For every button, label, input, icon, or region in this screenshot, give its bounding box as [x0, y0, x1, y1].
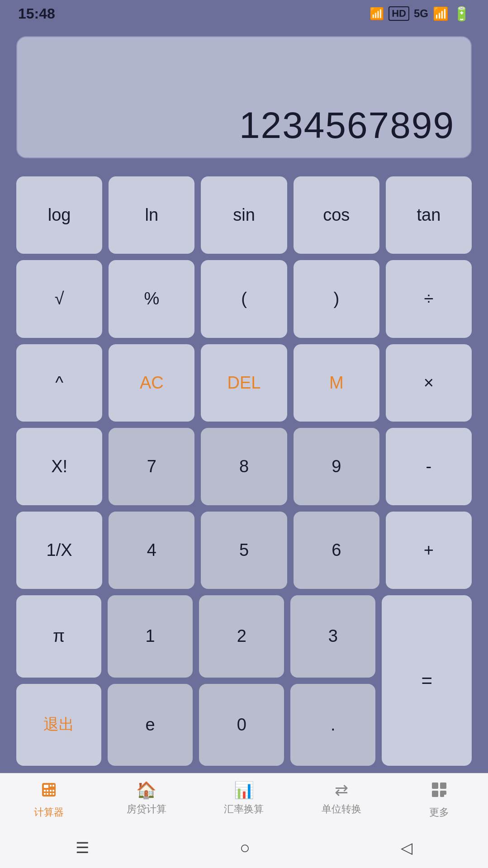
btn-open-paren[interactable]: ( [201, 260, 287, 337]
btn-equals[interactable]: = [382, 595, 472, 766]
nav-unit-label: 单位转换 [322, 802, 361, 816]
btn-del[interactable]: DEL [201, 344, 287, 422]
btn-3[interactable]: 3 [290, 595, 375, 677]
btn-dot[interactable]: . [290, 684, 375, 766]
btn-memory[interactable]: M [294, 344, 379, 422]
button-row-3: ^ AC DEL M × [16, 344, 472, 422]
btn-e[interactable]: e [108, 684, 193, 766]
svg-rect-6 [50, 790, 52, 792]
svg-rect-5 [47, 790, 48, 792]
btn-4[interactable]: 4 [109, 512, 194, 589]
nav-mortgage-icon: 🏠 [136, 781, 156, 800]
svg-rect-4 [44, 790, 46, 792]
bottom-nav: 计算器 🏠 房贷计算 📊 汇率换算 ⇄ 单位转换 更多 [0, 773, 488, 832]
btn-power[interactable]: ^ [16, 344, 102, 422]
display-value: 1234567899 [239, 104, 455, 147]
svg-rect-12 [432, 783, 438, 789]
button-row-7: 退出 e 0 . [16, 684, 375, 766]
btn-sin[interactable]: sin [201, 176, 287, 254]
btn-tan[interactable]: tan [386, 176, 472, 254]
nav-more-label: 更多 [429, 806, 449, 819]
sys-nav: ☰ ○ ◁ [0, 832, 488, 868]
svg-rect-8 [44, 793, 46, 795]
hd-badge: HD [389, 6, 409, 21]
btn-5[interactable]: 5 [201, 512, 287, 589]
btn-reciprocal[interactable]: 1/X [16, 512, 102, 589]
btn-1[interactable]: 1 [108, 595, 193, 677]
btn-log[interactable]: log [16, 176, 102, 254]
button-row-2: √ % ( ) ÷ [16, 260, 472, 337]
btn-sqrt[interactable]: √ [16, 260, 102, 337]
nav-exchange-icon: 📊 [234, 781, 254, 800]
display-container: 1234567899 [16, 36, 472, 158]
svg-rect-14 [432, 791, 438, 797]
wifi-icon: 📶 [370, 7, 384, 21]
button-row-4: X! 7 8 9 - [16, 428, 472, 505]
btn-close-paren[interactable]: ) [294, 260, 379, 337]
svg-rect-7 [52, 790, 54, 792]
nav-calculator-label: 计算器 [34, 806, 64, 819]
btn-factorial[interactable]: X! [16, 428, 102, 505]
btn-9[interactable]: 9 [294, 428, 379, 505]
btn-2[interactable]: 2 [199, 595, 284, 677]
nav-unit-icon: ⇄ [335, 781, 348, 800]
btn-multiply[interactable]: × [386, 344, 472, 422]
btn-exit[interactable]: 退出 [16, 684, 101, 766]
status-time: 15:48 [18, 5, 55, 22]
status-bar: 15:48 📶 HD 5G 📶 🔋 [0, 0, 488, 27]
nav-calculator-icon [40, 781, 58, 803]
nav-calculator[interactable]: 计算器 [0, 779, 98, 819]
svg-rect-11 [52, 793, 54, 795]
signal-bars: 📶 [433, 6, 449, 21]
battery-icon: 🔋 [453, 6, 470, 22]
btn-ac[interactable]: AC [109, 344, 194, 422]
svg-rect-9 [47, 793, 48, 795]
svg-rect-1 [44, 785, 48, 788]
status-icons: 📶 HD 5G 📶 🔋 [370, 6, 470, 22]
svg-rect-10 [50, 793, 52, 795]
sys-home-btn[interactable]: ○ [240, 838, 250, 858]
nav-mortgage-label: 房贷计算 [127, 802, 166, 816]
btn-8[interactable]: 8 [201, 428, 287, 505]
svg-rect-3 [52, 785, 54, 787]
btn-divide[interactable]: ÷ [386, 260, 472, 337]
btn-6[interactable]: 6 [294, 512, 379, 589]
btn-add[interactable]: + [386, 512, 472, 589]
svg-rect-17 [440, 793, 444, 797]
sys-menu-btn[interactable]: ☰ [76, 839, 89, 857]
btn-pi[interactable]: π [16, 595, 101, 677]
svg-rect-2 [50, 785, 52, 787]
btn-7[interactable]: 7 [109, 428, 194, 505]
nav-exchange-label: 汇率换算 [224, 802, 264, 816]
nav-more[interactable]: 更多 [390, 779, 488, 819]
nav-mortgage[interactable]: 🏠 房贷计算 [98, 779, 195, 816]
btn-0[interactable]: 0 [199, 684, 284, 766]
svg-rect-13 [440, 783, 446, 789]
button-row-5: 1/X 4 5 6 + [16, 512, 472, 589]
calculator-body: log ln sin cos tan √ % ( ) ÷ ^ AC DEL M … [0, 158, 488, 773]
nav-unit[interactable]: ⇄ 单位转换 [293, 779, 390, 816]
button-row-1: log ln sin cos tan [16, 176, 472, 254]
btn-subtract[interactable]: - [386, 428, 472, 505]
button-row-6: π 1 2 3 [16, 595, 375, 677]
btn-cos[interactable]: cos [294, 176, 379, 254]
nav-exchange[interactable]: 📊 汇率换算 [195, 779, 293, 816]
signal-icon: 5G [414, 7, 428, 20]
btn-percent[interactable]: % [109, 260, 194, 337]
btn-ln[interactable]: ln [109, 176, 194, 254]
nav-more-icon [430, 781, 448, 803]
sys-back-btn[interactable]: ◁ [401, 839, 412, 857]
